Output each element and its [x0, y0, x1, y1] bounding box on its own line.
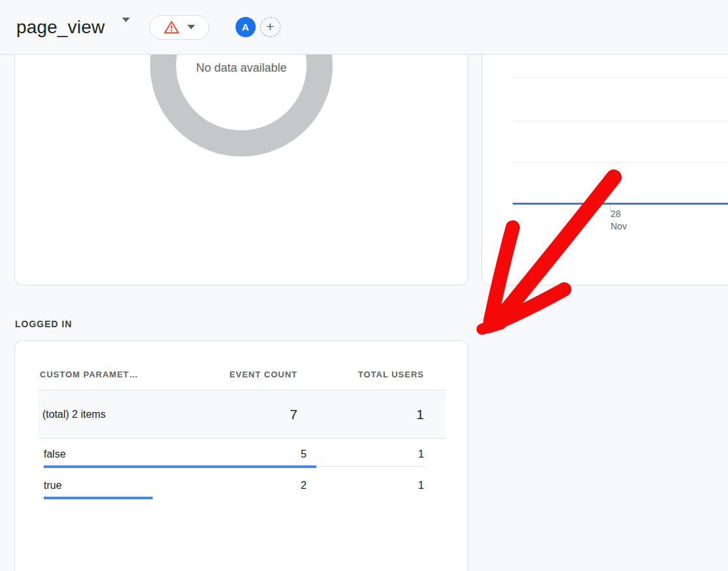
chevron-down-icon [122, 18, 130, 32]
event-selector-dropdown[interactable] [118, 18, 134, 36]
total-event-count: 7 [176, 407, 307, 422]
tick-day: 28 [611, 208, 627, 220]
top-app-bar: page_view A + [0, 0, 728, 55]
row-bar-fill [44, 465, 316, 468]
column-header-total-users[interactable]: TOTAL USERS [307, 370, 446, 379]
table-row-true: true 2 1 [38, 470, 446, 501]
section-title-logged-in: LOGGED IN [15, 319, 72, 329]
page-title: page_view [16, 17, 105, 38]
total-total-users: 1 [307, 407, 446, 422]
add-icon: + [266, 20, 274, 33]
event-count-value: 2 [176, 480, 307, 491]
total-users-value: 1 [307, 448, 446, 460]
table-total-row: (total) 2 items 7 1 [38, 390, 446, 439]
tick-month: Nov [611, 220, 627, 233]
table-row-false: false 5 1 [38, 439, 446, 470]
gridline [513, 162, 728, 163]
param-value: true [38, 480, 176, 491]
parameter-table: CUSTOM PARAMET… EVENT COUNT TOTAL USERS … [38, 341, 446, 501]
chevron-down-icon [187, 25, 195, 29]
total-users-value: 1 [307, 480, 446, 491]
event-count-value: 5 [176, 448, 307, 460]
table-header-row: CUSTOM PARAMET… EVENT COUNT TOTAL USERS [38, 341, 446, 390]
gridline [513, 121, 728, 121]
logged-in-table-card: CUSTOM PARAMET… EVENT COUNT TOTAL USERS … [14, 340, 468, 571]
no-data-message: No data available [150, 61, 333, 75]
arrow-tip [482, 324, 501, 329]
row-bar [44, 497, 425, 499]
arrow-barb-right [489, 289, 564, 326]
column-header-custom-parameter[interactable]: CUSTOM PARAMET… [38, 370, 176, 379]
total-row-label: (total) 2 items [38, 409, 176, 420]
ga4-event-detail-screen: No data available 28 Nov LOGGED IN CUSTO… [0, 0, 728, 571]
warning-dropdown-button[interactable] [149, 15, 209, 40]
row-bar-fill [44, 497, 153, 499]
gridline [513, 77, 728, 78]
warning-triangle-icon [163, 20, 180, 35]
add-comparison-button[interactable]: + [260, 17, 281, 37]
param-value: false [38, 448, 176, 460]
trend-line-series [513, 203, 728, 205]
x-axis-tick-label: 28 Nov [611, 208, 627, 233]
user-avatar-button[interactable]: A [235, 17, 256, 37]
column-header-event-count[interactable]: EVENT COUNT [176, 370, 307, 379]
row-bar [44, 465, 425, 468]
